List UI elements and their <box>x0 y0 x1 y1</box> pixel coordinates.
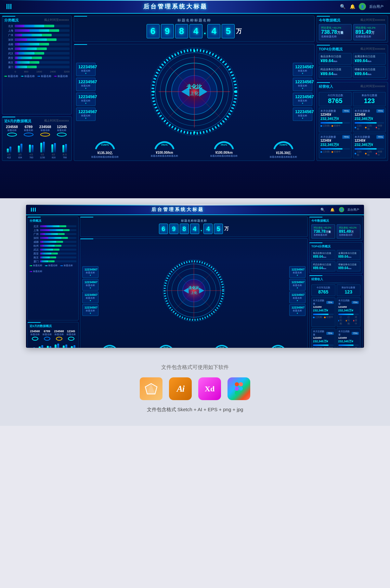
top4-item: 金属业务出口总值 ¥89.64/km <box>353 53 386 65</box>
side-card: 12234567标题名称▼ <box>82 279 98 291</box>
sketch-icon <box>140 377 162 400</box>
svg-text:#51%: #51% <box>221 143 227 146</box>
year-stat-box: 环比变化 +43.2% 891.49万 名称标题名称 <box>337 224 360 239</box>
legend-dot-purple <box>54 76 57 77</box>
mini-bar-group: 2月412 <box>30 347 36 348</box>
divider <box>319 90 386 91</box>
db2-icons: 🔍 🔔 👤 后台用户 <box>319 206 359 213</box>
radar-area: 12234567标题名称▼12234567标题名称▼12234567标题名称▼1… <box>76 46 312 137</box>
svg-rect-51 <box>235 391 239 395</box>
bar-row: 北京 <box>30 224 76 228</box>
bar-row: 广州 <box>30 232 76 236</box>
bar-row: 成都 <box>30 240 76 244</box>
gauge-item: #150% ¥135.30亿标题名称标题名称标题名称 <box>255 137 312 159</box>
legend-dot-blue <box>37 76 40 77</box>
page-title: 后台管理系统大标题 <box>11 3 339 10</box>
db2-unit: 万 <box>224 226 229 232</box>
mini-bar-group: 5月1230 <box>54 344 60 348</box>
bar-row: 西安 <box>4 56 70 60</box>
stat-item: 12345标题名称 <box>54 125 70 137</box>
top4-item: 食品业务出口总值 ¥89.64/km <box>311 250 335 260</box>
progress-item: 本月交易数量 75% 12345¥ 232,345万¥ 已到期已到期经营中 <box>337 297 361 327</box>
db2-d5: 4 <box>203 224 213 234</box>
db2-recent-title: 近6月的数据概况 <box>30 324 76 328</box>
radar-circle: 去化比 上化 <box>149 46 240 137</box>
recent-panel: 近6月的数据概况 截止时间至xxxxxxx 234568标题名称6789标题名称… <box>2 116 72 161</box>
side-card: 12234567标题名称▼ <box>76 108 96 121</box>
db2-ld1 <box>30 265 32 266</box>
center-top-panel: 标题名称标题名称 6 9 8 4 . 4 5 万 <box>74 16 315 42</box>
stat-item: 234568标题名称 <box>54 330 64 341</box>
bar-row: 深圳 <box>4 38 70 42</box>
db2-radar-area: 12234567标题名称▼12234567标题名称▼12234567标题名称▼1… <box>82 241 306 342</box>
ops-col: 今日车流总数 8765 <box>319 92 352 106</box>
digit-6: 6 <box>147 24 160 38</box>
gauge-item: #150% ¥135.30亿标题名称标题名称标题名称 <box>76 137 134 159</box>
digit-4: 4 <box>189 24 202 38</box>
mini-bar-group: 3月634 <box>15 144 25 159</box>
side-card: 12234567标题名称▼ <box>82 304 98 316</box>
db2-bell-icon[interactable]: 🔔 <box>329 206 336 213</box>
stat-item: 234568标题名称 <box>38 125 53 137</box>
side-card: 12234567标题名称▼ <box>293 108 312 121</box>
center-column: 标题名称标题名称 6 9 8 4 . 4 5 万 12234567标题名称▼12… <box>74 16 315 161</box>
db2-top4: TOP4分类概况 食品业务出口总值 ¥89.64/km 金属业务出口总值 ¥89… <box>309 242 363 274</box>
progress-row: 本月交易数量 75% 12345¥ 232,345万¥ 已到期经营中 本月交易数… <box>319 108 386 158</box>
deco-bar <box>8 4 9 9</box>
header-left-deco <box>6 4 11 9</box>
bar-row: 杭州 <box>30 244 76 248</box>
svg-rect-47 <box>235 382 239 386</box>
bar-row: 武汉 <box>4 51 70 55</box>
svg-text:去化比: 去化比 <box>188 286 199 290</box>
xd-icon: Xd <box>198 377 221 400</box>
svg-text:#51%: #51% <box>163 346 168 348</box>
db2-top4-title: TOP4分类概况 <box>311 244 360 249</box>
db2-recent-stats: 234568标题名称6789标题名称234568标题名称12345标题名称 <box>30 330 76 341</box>
xd-label: Xd <box>205 385 215 393</box>
digit-4b: 4 <box>207 24 220 38</box>
side-card: 12234567标题名称▼ <box>76 78 96 91</box>
db2-classify: 分类概况 北京上海广州深圳成都杭州武汉西安南京厦门 标题名称 标题名称 标题名称… <box>27 216 79 320</box>
db2-center: 标题名称标题名称 6 9 8 4 . 4 5 万 12234567标题名称▼12… <box>80 216 308 348</box>
svg-text:上化: 上化 <box>190 91 199 96</box>
big-number: 6 9 8 4 . 4 5 万 <box>76 24 312 38</box>
db2-d4: 4 <box>190 224 199 234</box>
format-title: 文件包含格式可使用如下软件 <box>6 364 384 371</box>
svg-text:#150%: #150% <box>280 143 287 146</box>
format-formats: 文件包含格式 Sketch + AI + EPS + png + jpg <box>6 407 384 413</box>
ai-icon: Ai <box>169 377 192 400</box>
db2-left-cards: 12234567标题名称▼12234567标题名称▼12234567标题名称▼1… <box>82 266 98 316</box>
mini-bar-group: 6月816 <box>62 345 68 348</box>
side-card: 12234567标题名称▼ <box>76 93 96 106</box>
db2-bar-chart: 北京上海广州深圳成都杭州武汉西安南京厦门 <box>30 224 76 263</box>
bar-row: 厦门 <box>4 65 70 69</box>
ops-col: 今日车流总数 8765 <box>311 284 335 296</box>
gauge-item: #51% ¥100.00/km标题名称标题名称标题名称 <box>138 342 193 348</box>
deco-bar <box>6 4 7 9</box>
right-column: 今年数据概况 截止时间至xxxxxxx 环比变化 +43.2% 738.78万量… <box>317 16 388 161</box>
ops-date: 截止时间至xxxxxxx <box>360 84 385 88</box>
db2-progress: 本月交易数量 75% 12345¥ 232,345万¥ 已到期经营中 本月交易数… <box>311 297 360 348</box>
search-icon[interactable]: 🔍 <box>339 3 346 10</box>
gauge-item: #51% ¥100.00/km标题名称标题名称标题名称 <box>195 137 253 159</box>
progress-item: 本月交易数量 75% 12345¥ 232,345万¥ 已到期已到期经营中 <box>353 108 386 132</box>
db2-search-icon[interactable]: 🔍 <box>319 206 326 213</box>
gauge-row: #150% ¥135.30亿标题名称标题名称标题名称 #51% ¥100.00/… <box>76 137 312 159</box>
db2-center-top: 标题名称标题名称 6 9 8 4 . 4 5 万 <box>80 216 308 237</box>
db2-left-deco <box>31 208 36 212</box>
top4-panel: TOP4分类概况 截止时间至xxxxxxx 食品业务出口总值 ¥89.64/km… <box>317 45 388 80</box>
bar-row: 武汉 <box>30 248 76 252</box>
bar-row: 上海 <box>30 228 76 232</box>
gauge-item: #150% ¥135.30亿标题名称标题名称标题名称 <box>251 342 306 348</box>
mini-bar-group: 4月783 <box>27 145 36 159</box>
gauge-item: #51% ¥100.00/km标题名称标题名称标题名称 <box>195 342 250 348</box>
top4-item: 药品业务出口总值 ¥89.64/km <box>319 66 352 78</box>
db2-center-label: 标题名称标题名称 <box>82 219 306 223</box>
db2-year-panel: 今年数据概况 环比变化 +43.2% 738.78万量 名称标题名称 环比变化 … <box>309 216 363 241</box>
svg-point-16 <box>193 50 195 52</box>
db2-ops-title: 经营收入 <box>311 277 360 281</box>
software-icons: Ai Xd <box>6 377 384 400</box>
side-card: 12234567标题名称▼ <box>293 63 312 76</box>
bell-icon[interactable]: 🔔 <box>349 3 356 10</box>
bar-row: 深圳 <box>30 236 76 240</box>
